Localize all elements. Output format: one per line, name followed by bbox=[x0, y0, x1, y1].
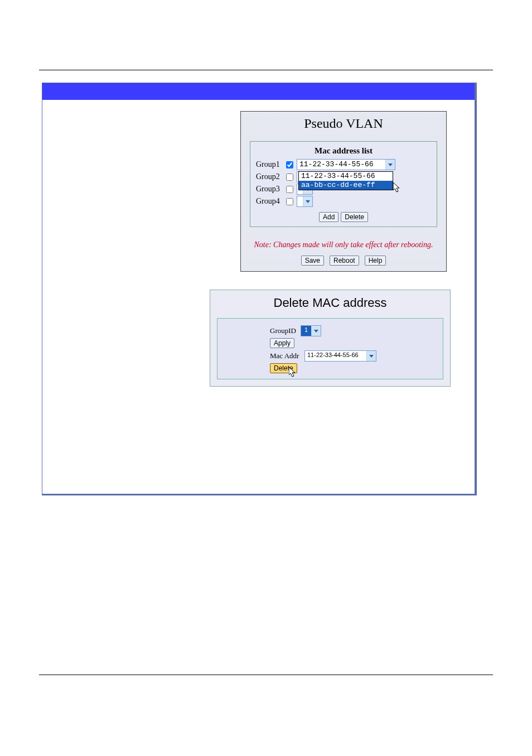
window-frame: Pseudo VLAN Mac address list Group1 11-2… bbox=[42, 83, 477, 495]
add-button[interactable]: Add bbox=[319, 212, 338, 222]
apply-button[interactable]: Apply bbox=[270, 338, 294, 348]
group4-label: Group4 bbox=[256, 197, 286, 206]
delete-button[interactable]: Delete bbox=[341, 212, 368, 222]
save-button[interactable]: Save bbox=[301, 256, 324, 266]
group3-label: Group3 bbox=[256, 185, 286, 194]
chevron-down-icon bbox=[366, 351, 376, 361]
group3-checkbox[interactable] bbox=[286, 186, 293, 193]
mac-list-box: Mac address list Group1 11-22-33-44-55-6… bbox=[250, 141, 437, 227]
group1-select-value: 11-22-33-44-55-66 bbox=[297, 160, 385, 170]
bottom-buttons: Save Reboot Help bbox=[241, 255, 446, 271]
panel-title: Pseudo VLAN bbox=[241, 112, 446, 141]
macaddr-row: Mac Addr 11-22-33-44-55-66 bbox=[270, 350, 434, 362]
top-rule bbox=[39, 70, 493, 70]
chevron-down-icon bbox=[385, 160, 395, 170]
svg-marker-6 bbox=[369, 355, 374, 358]
group4-select-value bbox=[297, 196, 303, 206]
reboot-button[interactable]: Reboot bbox=[330, 256, 359, 266]
chevron-down-icon bbox=[311, 326, 321, 336]
dropdown-option[interactable]: aa-bb-cc-dd-ee-ff bbox=[299, 181, 393, 190]
svg-marker-4 bbox=[306, 200, 310, 203]
delete-panel-title: Delete MAC address bbox=[210, 290, 450, 315]
chevron-down-icon bbox=[303, 196, 312, 206]
group2-label: Group2 bbox=[256, 172, 286, 181]
svg-marker-5 bbox=[314, 330, 318, 333]
group4-checkbox[interactable] bbox=[286, 198, 293, 205]
groupid-label: GroupID bbox=[270, 326, 301, 335]
macaddr-select[interactable]: 11-22-33-44-55-66 bbox=[304, 350, 376, 362]
svg-marker-0 bbox=[388, 163, 393, 166]
add-delete-row: Add Delete bbox=[256, 211, 431, 222]
group2-dropdown-list[interactable]: 11-22-33-44-55-66 aa-bb-cc-dd-ee-ff bbox=[298, 171, 393, 190]
group4-row: Group4 bbox=[256, 196, 431, 207]
bottom-rule bbox=[39, 675, 493, 675]
group4-select[interactable] bbox=[297, 196, 313, 207]
groupid-select[interactable]: 1 bbox=[301, 325, 321, 336]
group2-row: Group2 11-22-33-44-55-66 aa-bb-cc-dd-ee-… bbox=[256, 171, 431, 182]
group2-checkbox[interactable] bbox=[286, 174, 293, 181]
macaddr-select-value: 11-22-33-44-55-66 bbox=[305, 351, 366, 361]
dropdown-option[interactable]: 11-22-33-44-55-66 bbox=[299, 172, 393, 181]
help-button[interactable]: Help bbox=[365, 256, 386, 266]
pseudo-vlan-panel: Pseudo VLAN Mac address list Group1 11-2… bbox=[240, 111, 447, 272]
groupid-row: GroupID 1 bbox=[270, 325, 434, 336]
group1-label: Group1 bbox=[256, 160, 286, 169]
group1-row: Group1 11-22-33-44-55-66 bbox=[256, 159, 431, 170]
window-titlebar bbox=[42, 83, 475, 100]
group1-checkbox[interactable] bbox=[286, 161, 293, 168]
mac-list-title: Mac address list bbox=[256, 146, 431, 156]
macaddr-label: Mac Addr bbox=[270, 351, 304, 360]
group1-select[interactable]: 11-22-33-44-55-66 bbox=[297, 159, 395, 170]
delete-panel-inner: GroupID 1 Apply Mac Addr 11-22-33-44-5 bbox=[217, 318, 443, 379]
reboot-note: Note: Changes made will only take effect… bbox=[241, 234, 446, 255]
groupid-select-value: 1 bbox=[301, 326, 311, 336]
delete-mac-panel: Delete MAC address GroupID 1 Apply bbox=[210, 290, 451, 387]
delete-mac-button[interactable]: Delete bbox=[270, 363, 297, 373]
